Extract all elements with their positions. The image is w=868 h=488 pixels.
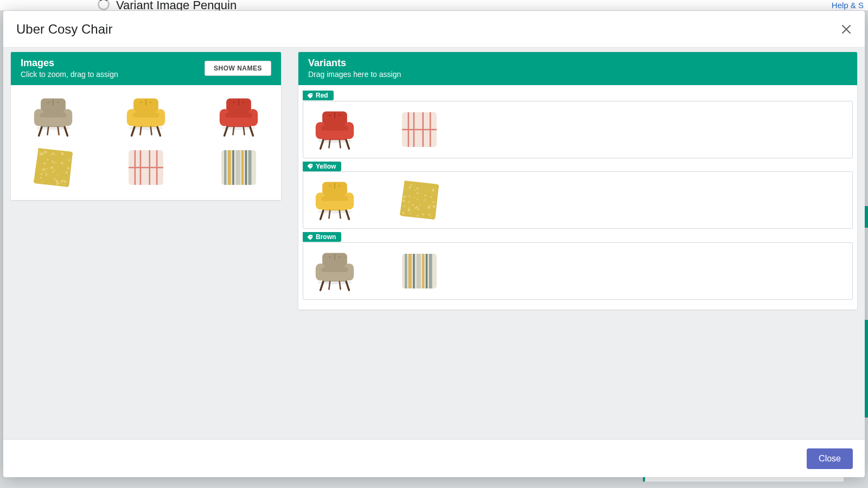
thumbnail-pillow-red[interactable] (123, 145, 169, 190)
modal-header: Uber Cosy Chair (3, 11, 865, 48)
variants-body: RedYellowBrown (298, 85, 857, 310)
variant-dropzone[interactable] (303, 101, 853, 158)
variants-panel-header: Variants Drag images here to assign (298, 52, 857, 85)
thumbnail-chair-brown[interactable] (311, 247, 359, 295)
thumbnail-pillow-yellow[interactable] (28, 142, 79, 194)
images-panel: Images Click to zoom, drag to assign SHO… (11, 52, 281, 200)
help-link[interactable]: Help & S (832, 1, 864, 10)
background-app-title: Variant Image Penguin (116, 0, 237, 11)
variants-panel-title: Variants (308, 57, 401, 69)
background-app-header: Variant Image Penguin Help & S (0, 0, 868, 11)
variant-group-yellow: Yellow (303, 162, 853, 229)
images-panel-header: Images Click to zoom, drag to assign SHO… (11, 52, 281, 85)
thumbnail-chair-brown[interactable] (29, 93, 77, 140)
thumbnail-pillow-red[interactable] (397, 107, 442, 152)
images-panel-title: Images (21, 57, 118, 69)
variants-panel-subtitle: Drag images here to assign (308, 70, 401, 79)
variant-dropzone[interactable] (303, 171, 853, 229)
variant-tag[interactable]: Red (303, 91, 334, 100)
modal-footer: Close (3, 439, 865, 477)
modal-body: Images Click to zoom, drag to assign SHO… (3, 48, 865, 439)
variants-panel: Variants Drag images here to assign RedY… (298, 52, 857, 310)
thumbnail-chair-yellow[interactable] (311, 176, 359, 224)
close-button[interactable]: Close (807, 448, 853, 469)
variant-tag[interactable]: Brown (303, 232, 341, 242)
variant-tag-label: Brown (316, 233, 336, 241)
thumbnail-pillow-stripe[interactable] (216, 145, 261, 190)
variant-group-brown: Brown (303, 232, 853, 300)
thumbnail-pillow-yellow[interactable] (394, 175, 445, 226)
variant-tag-label: Red (316, 92, 328, 99)
images-grid (11, 85, 281, 200)
variant-tag[interactable]: Yellow (303, 162, 341, 171)
show-names-button[interactable]: SHOW NAMES (205, 61, 271, 76)
product-variant-modal: Uber Cosy Chair Images Click to zoom, dr… (3, 11, 865, 477)
spinner-icon (98, 0, 110, 10)
thumbnail-pillow-stripe[interactable] (397, 248, 442, 294)
variant-tag-label: Yellow (316, 163, 336, 170)
thumbnail-chair-red[interactable] (311, 106, 359, 153)
variant-dropzone[interactable] (303, 242, 853, 300)
close-icon[interactable] (835, 18, 857, 40)
modal-title: Uber Cosy Chair (16, 22, 112, 37)
variant-group-red: Red (303, 91, 853, 158)
images-panel-subtitle: Click to zoom, drag to assign (21, 70, 118, 79)
